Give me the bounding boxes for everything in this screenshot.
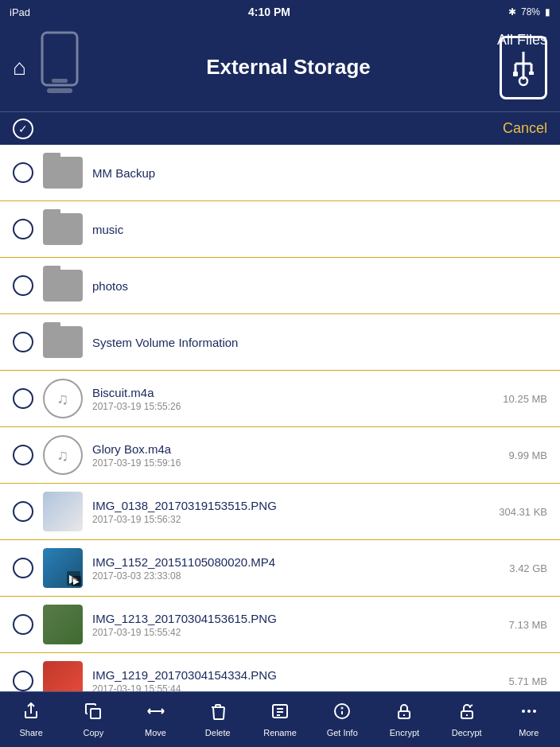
- list-item[interactable]: ♫Glory Box.m4a2017-03-19 15:59:169.99 MB: [0, 427, 560, 484]
- file-size: 304.31 KB: [499, 506, 547, 518]
- select-bar: ✓ Cancel: [0, 111, 560, 145]
- toolbar-get-info[interactable]: Get Info: [311, 692, 373, 747]
- file-name: IMG_1219_20170304154334.PNG: [92, 668, 503, 682]
- status-time: 4:10 PM: [248, 6, 290, 18]
- svg-rect-8: [529, 72, 534, 75]
- svg-point-25: [522, 710, 525, 713]
- file-checkbox[interactable]: [13, 332, 33, 352]
- file-name: music: [92, 223, 547, 236]
- file-name: IMG_0138_20170319153515.PNG: [92, 499, 492, 512]
- select-all-button[interactable]: ✓: [13, 119, 33, 139]
- file-checkbox[interactable]: [13, 614, 33, 635]
- list-item[interactable]: ♫Biscuit.m4a2017-03-19 15:55:2610.25 MB: [0, 371, 560, 427]
- file-thumb: [43, 661, 83, 691]
- toolbar-encrypt[interactable]: Encrypt: [373, 692, 435, 747]
- file-checkbox[interactable]: [13, 275, 33, 296]
- toolbar-decrypt[interactable]: Decrypt: [436, 692, 498, 747]
- move-label: Move: [145, 728, 166, 737]
- get-info-label: Get Info: [327, 728, 358, 737]
- list-item[interactable]: System Volume Information: [0, 314, 560, 371]
- toolbar-move[interactable]: Move: [124, 692, 186, 747]
- svg-point-19: [342, 707, 343, 708]
- rename-label: Rename: [263, 728, 297, 737]
- file-name: Glory Box.m4a: [92, 442, 503, 456]
- file-thumb: ♫: [43, 379, 83, 418]
- file-name: IMG_1213_20170304153615.PNG: [92, 612, 503, 625]
- list-item[interactable]: photos: [0, 258, 560, 314]
- file-thumb: ▶: [43, 548, 83, 588]
- battery-icon: ▮: [545, 6, 550, 18]
- all-files-label[interactable]: All Files: [497, 32, 547, 49]
- file-date: 2017-03-19 15:59:16: [92, 457, 503, 469]
- move-icon: [147, 702, 165, 725]
- toolbar-rename[interactable]: Rename: [249, 692, 311, 747]
- more-icon: [520, 702, 538, 725]
- file-checkbox[interactable]: [13, 162, 33, 183]
- copy-icon: [84, 702, 102, 725]
- rename-icon: [271, 702, 289, 725]
- file-size: 9.99 MB: [509, 449, 547, 461]
- toolbar: Share Copy Move Delete Rename Get Info: [0, 691, 560, 747]
- file-checkbox[interactable]: [13, 501, 33, 522]
- file-size: 7.13 MB: [509, 619, 547, 631]
- list-item[interactable]: ▶IMG_1152_20151105080020.MP42017-03-03 2…: [0, 540, 560, 597]
- file-date: 2017-03-19 15:55:44: [92, 683, 503, 692]
- share-icon: [22, 702, 40, 725]
- list-item[interactable]: music: [0, 201, 560, 258]
- encrypt-icon: [395, 702, 413, 725]
- file-name: IMG_1152_20151105080020.MP4: [92, 555, 503, 569]
- file-name: System Volume Information: [92, 336, 547, 349]
- file-thumb: [43, 322, 83, 362]
- delete-label: Delete: [205, 728, 231, 737]
- more-label: More: [519, 728, 539, 737]
- cancel-button[interactable]: Cancel: [503, 120, 547, 137]
- file-size: 5.71 MB: [509, 675, 547, 687]
- list-item[interactable]: IMG_0138_20170319153515.PNG2017-03-19 15…: [0, 484, 560, 540]
- file-checkbox[interactable]: [13, 671, 33, 691]
- list-item[interactable]: IMG_1219_20170304154334.PNG2017-03-19 15…: [0, 653, 560, 691]
- status-bar: iPad 4:10 PM ✱ 78% ▮: [0, 0, 560, 24]
- toolbar-delete[interactable]: Delete: [187, 692, 249, 747]
- battery-level: 78%: [521, 6, 540, 18]
- file-date: 2017-03-19 15:55:42: [92, 627, 503, 638]
- file-size: 3.42 GB: [509, 562, 547, 574]
- svg-point-26: [527, 710, 531, 713]
- svg-rect-1: [52, 79, 68, 83]
- file-thumb: [43, 605, 83, 644]
- device-icon: [36, 31, 84, 104]
- get-info-icon: [333, 702, 351, 725]
- svg-rect-7: [513, 72, 518, 76]
- file-checkbox[interactable]: [13, 219, 33, 239]
- file-checkbox[interactable]: [13, 558, 33, 578]
- file-date: 2017-03-19 15:56:32: [92, 514, 492, 525]
- page-title: External Storage: [84, 55, 493, 80]
- toolbar-more[interactable]: More: [498, 692, 560, 747]
- file-thumb: ♫: [43, 435, 83, 475]
- copy-label: Copy: [83, 728, 103, 737]
- file-thumb: [43, 266, 83, 305]
- file-checkbox[interactable]: [13, 388, 33, 409]
- list-item[interactable]: IMG_1213_20170304153615.PNG2017-03-19 15…: [0, 597, 560, 653]
- home-icon[interactable]: ⌂: [13, 55, 26, 80]
- share-label: Share: [19, 728, 42, 737]
- decrypt-icon: [458, 702, 476, 725]
- svg-point-27: [533, 710, 536, 713]
- file-date: 2017-03-03 23:33:08: [92, 570, 503, 582]
- file-date: 2017-03-19 15:55:26: [92, 401, 496, 412]
- status-right: ✱ 78% ▮: [508, 6, 550, 18]
- status-device: iPad: [10, 6, 30, 18]
- svg-line-23: [470, 705, 472, 706]
- file-name: MM Backup: [92, 166, 547, 180]
- toolbar-copy[interactable]: Copy: [62, 692, 124, 747]
- delete-icon: [209, 702, 227, 725]
- file-size: 10.25 MB: [503, 393, 547, 405]
- svg-rect-0: [42, 33, 77, 85]
- file-name: photos: [92, 279, 547, 293]
- file-name: Biscuit.m4a: [92, 386, 496, 399]
- file-thumb: [43, 153, 83, 193]
- svg-rect-11: [91, 709, 100, 718]
- toolbar-share[interactable]: Share: [0, 692, 62, 747]
- svg-rect-2: [47, 88, 72, 93]
- file-checkbox[interactable]: [13, 445, 33, 465]
- list-item[interactable]: MM Backup: [0, 145, 560, 201]
